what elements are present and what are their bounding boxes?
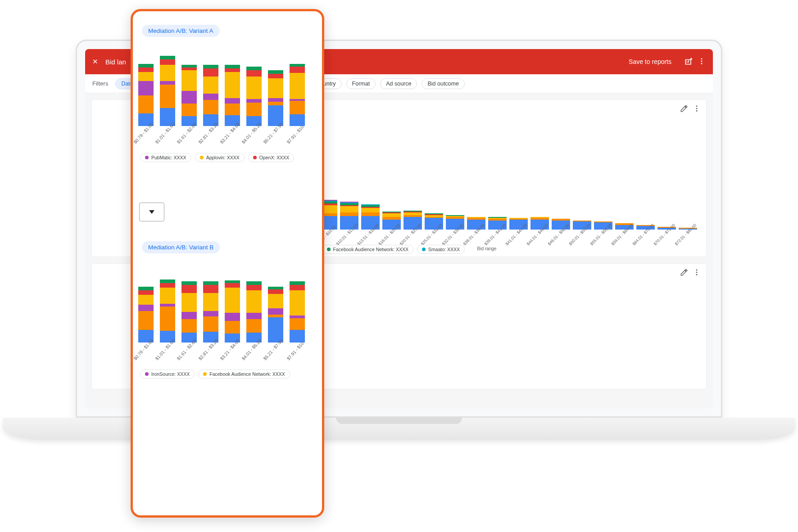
bar-segment — [268, 70, 283, 74]
bar-column: $0.79 - $1.00 — [138, 64, 154, 126]
legend-item[interactable]: PubMatic: XXXX — [140, 153, 191, 162]
bar-segment — [138, 295, 154, 305]
bar-segment — [246, 281, 262, 285]
bar-column: $25.01 - $32.00 — [425, 213, 443, 230]
laptop-base — [3, 418, 795, 440]
bar-column: $2.81 - $3.20 — [203, 65, 218, 126]
bar-column: $5.21 - $7.90 — [268, 70, 283, 126]
legend-label: OpenX: XXXX — [259, 155, 290, 160]
bar-segment — [268, 78, 283, 98]
bar-segment — [203, 316, 218, 332]
bar-column: $20.51 - $25.00 — [404, 211, 422, 230]
svg-point-7 — [696, 108, 698, 109]
save-to-reports-button[interactable]: Save to reports — [629, 58, 671, 65]
bar-segment — [203, 65, 218, 68]
variant-b-chart: $0.79 - $1.00$1.01 - $1.60$1.61 - $2.80$… — [136, 266, 319, 343]
svg-point-11 — [696, 274, 698, 275]
page-title: Bid lan — [105, 58, 126, 66]
panel-more-icon[interactable] — [693, 268, 701, 278]
edit-icon[interactable] — [680, 268, 688, 278]
bar-segment — [138, 305, 154, 311]
bar-segment — [138, 290, 154, 295]
bar-segment — [225, 283, 240, 288]
panel-more-icon[interactable] — [693, 104, 701, 114]
bar-segment — [181, 312, 197, 319]
bar-segment — [181, 285, 197, 293]
bar-segment — [203, 285, 218, 293]
bar-segment — [160, 81, 175, 85]
close-icon[interactable]: ✕ — [92, 58, 98, 66]
variant-a-chip[interactable]: Mediation A/B: Variant A — [142, 25, 220, 37]
svg-point-5 — [701, 63, 703, 64]
bar-column: $7.91 - $10 — [290, 281, 305, 343]
legend-item[interactable]: Facebook Audience Network: XXXX — [322, 245, 414, 254]
bar-segment — [290, 290, 305, 316]
legend-item[interactable]: Smaato: XXXX — [417, 245, 465, 254]
bar-segment — [138, 72, 154, 81]
bar-segment — [268, 289, 283, 294]
bar-column: $3.21 - $4.00 — [225, 65, 240, 126]
bar-segment — [138, 95, 154, 113]
legend-swatch — [145, 156, 149, 159]
filter-chip-adsource[interactable]: Ad source — [380, 78, 417, 89]
filters-label: Filters — [92, 80, 108, 87]
filter-chip-bidoutcome[interactable]: Bid outcome — [422, 78, 464, 89]
bar-segment — [225, 321, 240, 334]
bar-segment — [225, 98, 240, 104]
legend-item[interactable]: IronSource: XXXX — [140, 370, 195, 379]
bar-segment — [203, 311, 218, 316]
bar-segment — [268, 294, 283, 308]
legend-label: Facebook Audience Network: XXXX — [333, 247, 409, 252]
bar-column: $0.79 - $1.00 — [138, 287, 154, 343]
bar-segment — [203, 77, 218, 94]
bar-segment — [138, 81, 154, 95]
svg-point-3 — [701, 58, 703, 59]
legend-item[interactable]: OpenX: XXXX — [248, 153, 295, 162]
bar-segment — [181, 319, 197, 333]
edit-icon[interactable] — [680, 104, 688, 114]
bar-column: $41.01 - $44.00 — [509, 218, 528, 230]
bar-segment — [203, 94, 218, 100]
add-chart-icon[interactable] — [684, 57, 693, 67]
bar-segment — [290, 285, 305, 290]
legend-label: Smaato: XXXX — [428, 247, 460, 252]
main-chart: Bid range $5.20$5.21 - $7.90$7.91 - $10.… — [277, 149, 697, 230]
bar-segment — [340, 212, 358, 216]
legend-swatch — [200, 156, 204, 159]
bar-segment — [160, 280, 175, 283]
bar-column: $55.01 - $59.00 — [594, 221, 612, 230]
bar-segment — [160, 56, 175, 59]
bar-column: $72.01 - $80.00 — [679, 228, 697, 230]
bar-segment — [203, 68, 218, 77]
legend-label: PubMatic: XXXX — [151, 155, 186, 160]
bar-segment — [160, 307, 175, 331]
bar-segment — [290, 114, 305, 126]
bar-segment — [225, 68, 240, 72]
bar-segment — [246, 285, 262, 290]
variant-b-chip[interactable]: Mediation A/B: Variant B — [142, 241, 220, 253]
bar-segment — [246, 67, 262, 70]
bar-segment — [290, 318, 305, 330]
dropdown-select[interactable] — [139, 203, 164, 221]
bar-column: $1.01 - $1.60 — [160, 280, 175, 343]
legend-item[interactable]: Facebook Audience Network: XXXX — [198, 370, 290, 379]
filter-chip-format[interactable]: Format — [346, 78, 376, 89]
bar-segment — [181, 91, 197, 104]
bar-segment — [181, 70, 197, 91]
bar-segment — [246, 319, 262, 333]
legend-swatch — [422, 248, 426, 251]
bar-column: $1.61 - $2.80 — [181, 65, 197, 126]
bar-segment — [290, 281, 305, 285]
bar-column: $50.01 - $55.00 — [573, 221, 591, 230]
legend-item[interactable]: Applovin: XXXX — [195, 153, 245, 162]
bar-segment — [290, 101, 305, 114]
bar-segment — [246, 103, 262, 116]
bar-segment — [160, 85, 175, 108]
more-icon[interactable] — [698, 57, 706, 67]
bar-segment — [246, 70, 262, 77]
bar-segment — [225, 288, 240, 313]
bar-segment — [382, 213, 401, 217]
bar-segment — [246, 313, 262, 319]
bar-segment — [203, 293, 218, 311]
chevron-down-icon — [149, 210, 154, 214]
